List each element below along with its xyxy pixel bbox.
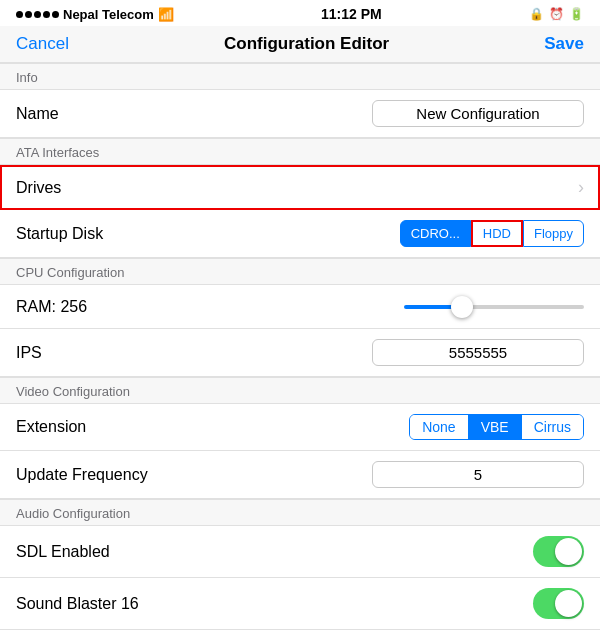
ram-slider[interactable] [404,305,584,309]
ram-slider-wrapper [87,305,584,309]
startup-disk-segmented[interactable]: CDRO... HDD Floppy [400,220,584,247]
update-freq-input[interactable] [372,461,584,488]
startup-disk-label: Startup Disk [16,225,103,243]
startup-hdd-button[interactable]: HDD [471,220,523,247]
sound-blaster-toggle[interactable] [533,588,584,619]
ips-input[interactable] [372,339,584,366]
status-time: 11:12 PM [321,6,382,22]
status-bar: Nepal Telecom 📶 11:12 PM 🔒 ⏰ 🔋 [0,0,600,26]
sdl-toggle-track [533,536,584,567]
drives-row[interactable]: Drives › [0,165,600,210]
ram-row: RAM: 256 [0,285,600,329]
wifi-icon: 📶 [158,7,174,22]
lock-icon: 🔒 [529,7,544,21]
startup-cdrom-button[interactable]: CDRO... [400,220,471,247]
ext-none-button[interactable]: None [410,415,468,439]
name-label: Name [16,105,59,123]
name-input[interactable] [372,100,584,127]
sound-blaster-row: Sound Blaster 16 [0,578,600,630]
ips-row: IPS [0,329,600,377]
section-cpu-header: CPU Configuration [0,258,600,285]
cancel-button[interactable]: Cancel [16,34,69,54]
save-button[interactable]: Save [544,34,584,54]
name-row: Name [0,90,600,138]
ips-label: IPS [16,344,42,362]
ram-label: RAM: 256 [16,298,87,316]
ext-vbe-button[interactable]: VBE [469,415,522,439]
sound-blaster-label: Sound Blaster 16 [16,595,139,613]
extension-label: Extension [16,418,86,436]
sound-blaster-toggle-track [533,588,584,619]
section-ata-header: ATA Interfaces [0,138,600,165]
sdl-toggle[interactable] [533,536,584,567]
sound-blaster-toggle-thumb [555,590,582,617]
nav-bar: Cancel Configuration Editor Save [0,26,600,63]
chevron-right-icon: › [578,177,584,198]
section-video-header: Video Configuration [0,377,600,404]
startup-disk-row: Startup Disk CDRO... HDD Floppy [0,210,600,258]
drives-label: Drives [16,179,61,197]
extension-row: Extension None VBE Cirrus [0,404,600,451]
sdl-row: SDL Enabled [0,526,600,578]
alarm-icon: ⏰ [549,7,564,21]
update-freq-row: Update Frequency [0,451,600,499]
status-right: 🔒 ⏰ 🔋 [529,7,584,21]
battery-icon: 🔋 [569,7,584,21]
section-audio-header: Audio Configuration [0,499,600,526]
ext-cirrus-button[interactable]: Cirrus [522,415,583,439]
carrier-label: Nepal Telecom [63,7,154,22]
nav-title: Configuration Editor [224,34,389,54]
status-left: Nepal Telecom 📶 [16,7,174,22]
startup-floppy-button[interactable]: Floppy [523,220,584,247]
sdl-toggle-thumb [555,538,582,565]
update-freq-label: Update Frequency [16,466,148,484]
sdl-label: SDL Enabled [16,543,110,561]
section-info-header: Info [0,63,600,90]
signal-dots [16,11,59,18]
extension-segmented[interactable]: None VBE Cirrus [409,414,584,440]
dma-row: DMA Timer [0,630,600,640]
